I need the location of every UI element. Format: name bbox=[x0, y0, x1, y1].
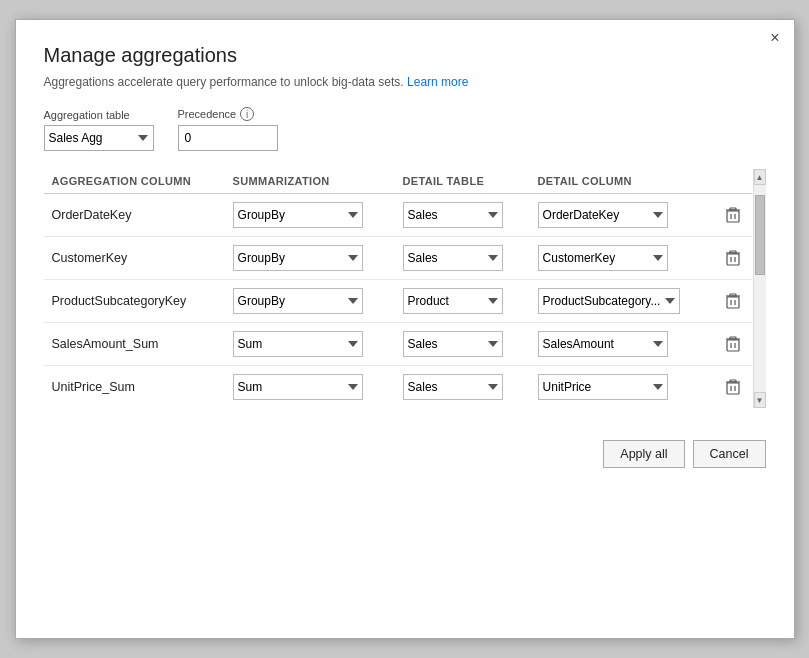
summarization-cell: GroupBySumCountMinMaxAverage bbox=[225, 323, 395, 366]
close-button[interactable]: × bbox=[770, 30, 779, 46]
svg-rect-5 bbox=[727, 254, 739, 265]
dialog-subtitle: Aggregations accelerate query performanc… bbox=[44, 75, 766, 89]
detail-column-cell: OrderDateKeyCustomerKeySalesAmountUnitPr… bbox=[530, 194, 714, 237]
summarization-select[interactable]: GroupBySumCountMinMaxAverage bbox=[233, 245, 363, 271]
detail-table-select[interactable]: SalesProduct bbox=[403, 331, 503, 357]
scrollbar[interactable]: ▲ ▼ bbox=[753, 169, 766, 408]
precedence-info-icon: i bbox=[240, 107, 254, 121]
learn-more-link[interactable]: Learn more bbox=[407, 75, 468, 89]
summarization-select[interactable]: GroupBySumCountMinMaxAverage bbox=[233, 202, 363, 228]
manage-aggregations-dialog: × Manage aggregations Aggregations accel… bbox=[15, 19, 795, 639]
delete-cell bbox=[714, 194, 752, 237]
agg-column-cell: UnitPrice_Sum bbox=[44, 366, 225, 409]
detail-table-cell: SalesProduct bbox=[395, 323, 530, 366]
delete-cell bbox=[714, 366, 752, 409]
detail-table-select[interactable]: SalesProduct bbox=[403, 288, 503, 314]
table-scroll[interactable]: AGGREGATION COLUMN SUMMARIZATION DETAIL … bbox=[44, 169, 752, 408]
summarization-cell: GroupBySumCountMinMaxAverage bbox=[225, 194, 395, 237]
subtitle-text: Aggregations accelerate query performanc… bbox=[44, 75, 404, 89]
summarization-select[interactable]: GroupBySumCountMinMaxAverage bbox=[233, 331, 363, 357]
detail-column-select[interactable]: CustomerKeyOrderDateKeySalesAmountUnitPr… bbox=[538, 245, 668, 271]
detail-column-select[interactable]: UnitPriceOrderDateKeyCustomerKeySalesAmo… bbox=[538, 374, 668, 400]
detail-table-cell: SalesProduct bbox=[395, 280, 530, 323]
dialog-footer: Apply all Cancel bbox=[44, 428, 766, 468]
scrollbar-down-button[interactable]: ▼ bbox=[754, 392, 766, 408]
aggregation-table-group: Aggregation table Sales Agg bbox=[44, 109, 154, 151]
apply-all-button[interactable]: Apply all bbox=[603, 440, 684, 468]
scrollbar-track bbox=[754, 185, 766, 392]
precedence-label: Precedence bbox=[178, 108, 237, 120]
agg-column-cell: ProductSubcategoryKey bbox=[44, 280, 225, 323]
detail-column-select[interactable]: ProductSubcategory...ProductKey bbox=[538, 288, 680, 314]
table-row: CustomerKeyGroupBySumCountMinMaxAverageS… bbox=[44, 237, 752, 280]
detail-column-cell: UnitPriceOrderDateKeyCustomerKeySalesAmo… bbox=[530, 366, 714, 409]
svg-rect-15 bbox=[727, 340, 739, 351]
delete-cell bbox=[714, 280, 752, 323]
precedence-label-row: Precedence i bbox=[178, 107, 278, 121]
summarization-cell: GroupBySumCountMinMaxAverage bbox=[225, 237, 395, 280]
detail-table-cell: SalesProduct bbox=[395, 366, 530, 409]
svg-rect-24 bbox=[730, 380, 736, 382]
summarization-cell: GroupBySumCountMinMaxAverage bbox=[225, 280, 395, 323]
scrollbar-up-button[interactable]: ▲ bbox=[754, 169, 766, 185]
summarization-select[interactable]: GroupBySumCountMinMaxAverage bbox=[233, 374, 363, 400]
detail-table-cell: SalesProduct bbox=[395, 194, 530, 237]
scrollbar-thumb[interactable] bbox=[755, 195, 765, 275]
table-area: AGGREGATION COLUMN SUMMARIZATION DETAIL … bbox=[44, 169, 766, 408]
detail-table-select[interactable]: SalesProduct bbox=[403, 245, 503, 271]
aggregation-table-label: Aggregation table bbox=[44, 109, 154, 121]
table-row: ProductSubcategoryKeyGroupBySumCountMinM… bbox=[44, 280, 752, 323]
detail-column-cell: ProductSubcategory...ProductKey bbox=[530, 280, 714, 323]
header-summarization: SUMMARIZATION bbox=[225, 169, 395, 194]
detail-table-select[interactable]: SalesProduct bbox=[403, 202, 503, 228]
table-row: UnitPrice_SumGroupBySumCountMinMaxAverag… bbox=[44, 366, 752, 409]
summarization-select[interactable]: GroupBySumCountMinMaxAverage bbox=[233, 288, 363, 314]
svg-rect-19 bbox=[730, 337, 736, 339]
header-actions bbox=[714, 169, 752, 194]
table-row: OrderDateKeyGroupBySumCountMinMaxAverage… bbox=[44, 194, 752, 237]
table-header-row: AGGREGATION COLUMN SUMMARIZATION DETAIL … bbox=[44, 169, 752, 194]
delete-cell bbox=[714, 237, 752, 280]
summarization-cell: GroupBySumCountMinMaxAverage bbox=[225, 366, 395, 409]
header-detail-table: DETAIL TABLE bbox=[395, 169, 530, 194]
header-agg-column: AGGREGATION COLUMN bbox=[44, 169, 225, 194]
controls-row: Aggregation table Sales Agg Precedence i bbox=[44, 107, 766, 151]
svg-rect-0 bbox=[727, 211, 739, 222]
svg-rect-10 bbox=[727, 297, 739, 308]
detail-column-cell: CustomerKeyOrderDateKeySalesAmountUnitPr… bbox=[530, 237, 714, 280]
aggregations-table: AGGREGATION COLUMN SUMMARIZATION DETAIL … bbox=[44, 169, 752, 408]
precedence-group: Precedence i bbox=[178, 107, 278, 151]
svg-rect-9 bbox=[730, 251, 736, 253]
detail-table-cell: SalesProduct bbox=[395, 237, 530, 280]
svg-rect-14 bbox=[730, 294, 736, 296]
detail-column-cell: SalesAmountOrderDateKeyCustomerKeyUnitPr… bbox=[530, 323, 714, 366]
agg-column-cell: CustomerKey bbox=[44, 237, 225, 280]
svg-rect-20 bbox=[727, 383, 739, 394]
delete-row-button[interactable] bbox=[722, 377, 744, 397]
header-detail-column: DETAIL COLUMN bbox=[530, 169, 714, 194]
delete-cell bbox=[714, 323, 752, 366]
table-row: SalesAmount_SumGroupBySumCountMinMaxAver… bbox=[44, 323, 752, 366]
dialog-title: Manage aggregations bbox=[44, 44, 766, 67]
precedence-input[interactable] bbox=[178, 125, 278, 151]
aggregation-table-select[interactable]: Sales Agg bbox=[44, 125, 154, 151]
detail-column-select[interactable]: OrderDateKeyCustomerKeySalesAmountUnitPr… bbox=[538, 202, 668, 228]
agg-column-cell: SalesAmount_Sum bbox=[44, 323, 225, 366]
delete-row-button[interactable] bbox=[722, 291, 744, 311]
delete-row-button[interactable] bbox=[722, 205, 744, 225]
detail-table-select[interactable]: SalesProduct bbox=[403, 374, 503, 400]
detail-column-select[interactable]: SalesAmountOrderDateKeyCustomerKeyUnitPr… bbox=[538, 331, 668, 357]
delete-row-button[interactable] bbox=[722, 248, 744, 268]
agg-column-cell: OrderDateKey bbox=[44, 194, 225, 237]
cancel-button[interactable]: Cancel bbox=[693, 440, 766, 468]
svg-rect-4 bbox=[730, 208, 736, 210]
delete-row-button[interactable] bbox=[722, 334, 744, 354]
